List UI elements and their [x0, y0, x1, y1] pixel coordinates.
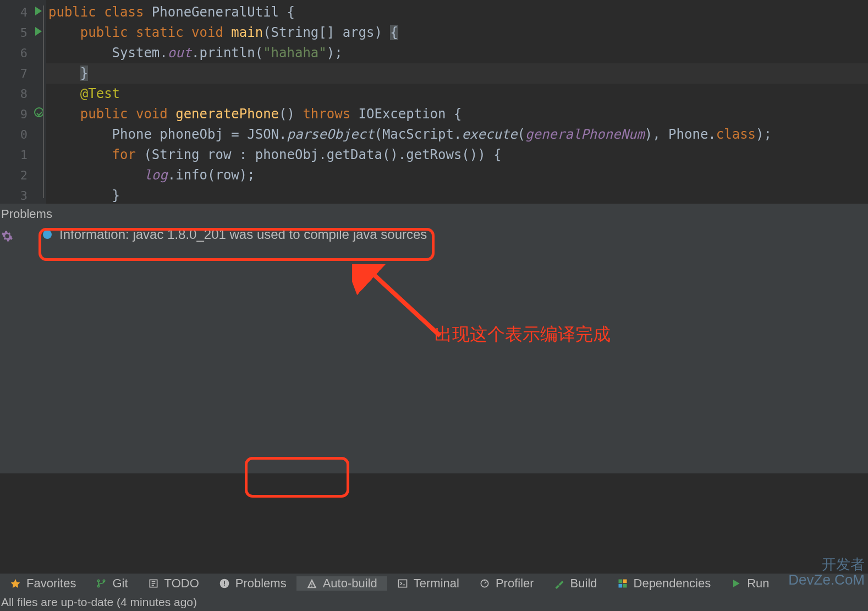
code-line: System.out.println("hahaha"); — [46, 43, 868, 63]
line-number: 5 — [0, 23, 28, 43]
code-content[interactable]: public class PhoneGeneralUtil { public s… — [46, 0, 868, 204]
code-line: @Test — [46, 84, 868, 104]
tab-terminal[interactable]: Terminal — [387, 576, 469, 591]
tab-todo[interactable]: TODO — [138, 576, 209, 591]
tab-favorites[interactable]: Favorites — [0, 576, 86, 591]
svg-rect-7 — [224, 585, 225, 586]
svg-point-3 — [103, 580, 105, 581]
fold-line — [43, 6, 44, 198]
code-line: log.info(row); — [46, 165, 868, 186]
svg-point-2 — [98, 585, 100, 587]
tool-window-tabs: Favorites Git TODO Problems Auto-build T… — [0, 574, 868, 593]
line-number: 0 — [0, 124, 28, 145]
tab-build[interactable]: Build — [544, 576, 607, 591]
play-icon — [730, 578, 741, 589]
terminal-icon — [397, 578, 408, 589]
code-editor[interactable]: 4 5 6 7 8 9 0 1 2 3 public class PhoneGe… — [0, 0, 868, 204]
info-icon — [43, 230, 52, 239]
svg-rect-10 — [398, 580, 406, 587]
status-text: All files are up-to-date (4 minutes ago) — [1, 596, 197, 609]
panel-toolbar — [1, 230, 13, 242]
problems-panel: Problems Information: javac 1.8.0_201 wa… — [0, 204, 868, 473]
problems-icon — [219, 578, 230, 589]
code-line: public class PhoneGeneralUtil { — [46, 2, 868, 23]
warning-icon — [306, 578, 317, 589]
line-numbers-gutter: 4 5 6 7 8 9 0 1 2 3 — [0, 0, 33, 204]
line-number: 1 — [0, 145, 28, 165]
todo-icon — [148, 578, 159, 589]
code-line: } — [46, 186, 868, 206]
annotation-text: 出现这个表示编译完成 — [435, 323, 611, 347]
star-icon — [10, 578, 21, 589]
line-number: 3 — [0, 186, 28, 206]
tab-auto-build[interactable]: Auto-build — [296, 576, 387, 591]
svg-rect-14 — [618, 584, 622, 588]
svg-rect-15 — [623, 584, 627, 588]
tab-git[interactable]: Git — [86, 576, 138, 591]
line-number: 2 — [0, 165, 28, 186]
compile-info-row[interactable]: Information: javac 1.8.0_201 was used to… — [43, 227, 427, 242]
code-line: Phone phoneObj = JSON.parseObject(MacScr… — [46, 124, 868, 145]
code-line: for (String row : phoneObj.getData().get… — [46, 145, 868, 165]
tab-profiler[interactable]: Profiler — [469, 576, 544, 591]
line-number: 4 — [0, 2, 28, 23]
run-icon[interactable] — [35, 27, 42, 36]
status-bar: All files are up-to-date (4 minutes ago) — [0, 593, 868, 611]
svg-rect-12 — [618, 580, 622, 583]
dependencies-icon — [617, 578, 628, 589]
code-line: } — [46, 63, 868, 84]
git-branch-icon — [96, 578, 107, 589]
gear-icon[interactable] — [1, 230, 13, 242]
line-number: 8 — [0, 84, 28, 104]
panel-title: Problems — [0, 204, 868, 225]
svg-rect-9 — [311, 586, 312, 587]
hammer-icon — [554, 578, 565, 589]
line-number: 9 — [0, 104, 28, 124]
svg-point-1 — [98, 580, 100, 581]
code-line: public void generatePhone() throws IOExc… — [46, 104, 868, 124]
svg-rect-6 — [224, 581, 225, 585]
tab-dependencies[interactable]: Dependencies — [607, 576, 721, 591]
profiler-icon — [479, 578, 490, 589]
tab-problems[interactable]: Problems — [209, 576, 296, 591]
code-line: public static void main(String[] args) { — [46, 23, 868, 43]
line-number: 7 — [0, 63, 28, 84]
line-number: 6 — [0, 43, 28, 63]
svg-rect-8 — [311, 583, 312, 585]
tab-run[interactable]: Run — [721, 576, 779, 591]
run-icon[interactable] — [35, 7, 42, 15]
compile-info-text: Information: javac 1.8.0_201 was used to… — [59, 227, 427, 242]
svg-rect-13 — [623, 580, 627, 583]
gutter-icons — [33, 0, 46, 204]
